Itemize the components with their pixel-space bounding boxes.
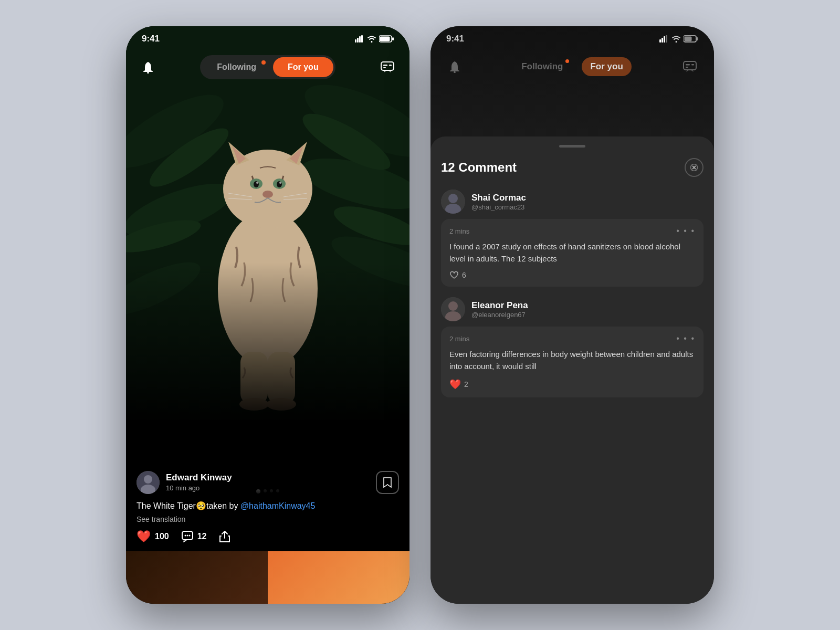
bell-icon-2: [449, 60, 460, 73]
post-author-row: Edward Kinway 10 min ago: [136, 471, 399, 494]
share-button[interactable]: [219, 531, 230, 542]
comment-button[interactable]: 12: [182, 531, 207, 542]
comment-1-more-button[interactable]: • • •: [676, 226, 695, 236]
messages-button[interactable]: [376, 56, 399, 79]
svg-rect-61: [686, 64, 690, 66]
comment-2-more-button[interactable]: • • •: [676, 334, 695, 343]
see-translation[interactable]: See translation: [136, 515, 399, 523]
comment-2-avatar[interactable]: [441, 297, 465, 321]
status-icons-2: [659, 35, 698, 43]
status-bar-2: 9:41: [430, 26, 714, 48]
notification-button-2[interactable]: [443, 55, 466, 78]
status-time: 9:41: [142, 34, 160, 44]
nav-tabs: Following For you: [200, 55, 335, 79]
like-button[interactable]: ❤️ 100: [136, 530, 169, 543]
svg-point-51: [188, 535, 190, 537]
comment-2-user-name: Eleanor Pena: [471, 300, 528, 311]
comment-2-likes: ❤️ 2: [449, 379, 695, 390]
svg-rect-41: [381, 62, 394, 70]
comments-title: 12 Comment: [441, 160, 517, 175]
heart-icon: ❤️: [136, 530, 151, 543]
svg-rect-34: [357, 38, 359, 43]
tab-following-2[interactable]: Following: [513, 57, 571, 76]
comment-2-user-handle: @eleanorelgen67: [471, 311, 528, 319]
bookmark-button[interactable]: [376, 471, 399, 494]
author-name: Edward Kinway: [166, 472, 232, 483]
status-time-2: 9:41: [446, 34, 464, 44]
phone-feed: 9:41: [126, 26, 410, 604]
post-actions: ❤️ 100 12: [136, 530, 399, 543]
svg-rect-32: [126, 26, 410, 420]
signal-icon: [355, 35, 364, 43]
svg-rect-55: [666, 35, 667, 43]
comment-1-time: 2 mins: [449, 227, 469, 235]
author-time: 10 min ago: [166, 484, 232, 492]
battery-icon-2: [684, 35, 698, 43]
preview-item-2: [268, 551, 410, 604]
svg-rect-38: [380, 37, 390, 41]
notification-button[interactable]: [136, 56, 160, 79]
nav-tabs-2: Following For you: [513, 57, 632, 76]
svg-rect-43: [383, 67, 386, 68]
comment-icon: [182, 531, 193, 542]
comment-2-user-row: Eleanor Pena @eleanorelgen67: [441, 297, 704, 321]
svg-point-71: [448, 301, 458, 311]
author-info: Edward Kinway 10 min ago: [136, 471, 232, 494]
bell-icon: [142, 61, 154, 74]
svg-rect-60: [684, 61, 696, 70]
battery-icon: [379, 35, 394, 43]
svg-point-49: [184, 535, 186, 537]
bottom-preview: [126, 551, 410, 604]
comment-1-user-row: Shai Cormac @shai_cormac23: [441, 190, 704, 214]
messages-icon-2: [683, 61, 697, 72]
nav-bar-2: Following For you: [430, 55, 714, 78]
close-button[interactable]: [685, 158, 704, 177]
share-icon: [219, 531, 230, 542]
svg-rect-62: [686, 67, 688, 68]
svg-point-46: [144, 475, 152, 484]
comment-1-meta: 2 mins • • •: [449, 226, 695, 236]
comment-2-bubble: 2 mins • • • Even factoring differences …: [441, 327, 704, 397]
close-icon: [690, 164, 698, 171]
comments-sheet: 12 Comment Shai Cormac @shai_co: [430, 136, 714, 604]
svg-rect-57: [685, 37, 692, 41]
svg-point-59: [454, 71, 456, 73]
svg-rect-44: [389, 65, 392, 66]
author-avatar[interactable]: [136, 471, 160, 494]
messages-icon: [381, 61, 394, 73]
svg-rect-36: [361, 35, 363, 43]
svg-point-40: [147, 72, 149, 74]
wifi-icon: [368, 35, 376, 43]
comment-1-user-name: Shai Cormac: [471, 193, 526, 203]
tab-foryou[interactable]: For you: [273, 57, 333, 77]
svg-rect-58: [697, 37, 698, 40]
svg-point-68: [448, 194, 458, 203]
svg-rect-54: [664, 36, 665, 43]
preview-item-1: [126, 551, 268, 604]
heart-outline-icon-1: [449, 271, 459, 279]
notification-dot: [261, 60, 266, 65]
svg-rect-53: [662, 38, 663, 43]
comment-1-user-info: Shai Cormac @shai_cormac23: [471, 193, 526, 211]
comment-1-user-handle: @shai_cormac23: [471, 203, 526, 211]
bookmark-icon: [383, 477, 392, 488]
nav-bar: Following For you: [126, 55, 410, 79]
tab-foryou-2[interactable]: For you: [582, 57, 631, 76]
status-icons: [355, 35, 394, 43]
svg-rect-35: [359, 36, 361, 43]
tab-following[interactable]: Following: [202, 57, 271, 77]
svg-rect-33: [355, 39, 356, 43]
comment-1-avatar[interactable]: [441, 190, 465, 214]
svg-rect-52: [659, 39, 661, 43]
messages-button-2[interactable]: [678, 55, 701, 78]
svg-point-50: [186, 535, 188, 537]
mention[interactable]: @haithamKinway45: [240, 501, 316, 510]
post-background-image: [126, 26, 410, 420]
sheet-handle: [559, 145, 585, 148]
post-caption: The White Tiger🥺taken by @haithamKinway4…: [136, 500, 399, 512]
heart-filled-icon-2: ❤️: [449, 379, 461, 390]
post-info: Edward Kinway 10 min ago The White Tiger…: [126, 460, 410, 551]
svg-rect-42: [383, 65, 387, 66]
comments-header: 12 Comment: [441, 158, 704, 177]
status-bar: 9:41: [126, 26, 410, 48]
